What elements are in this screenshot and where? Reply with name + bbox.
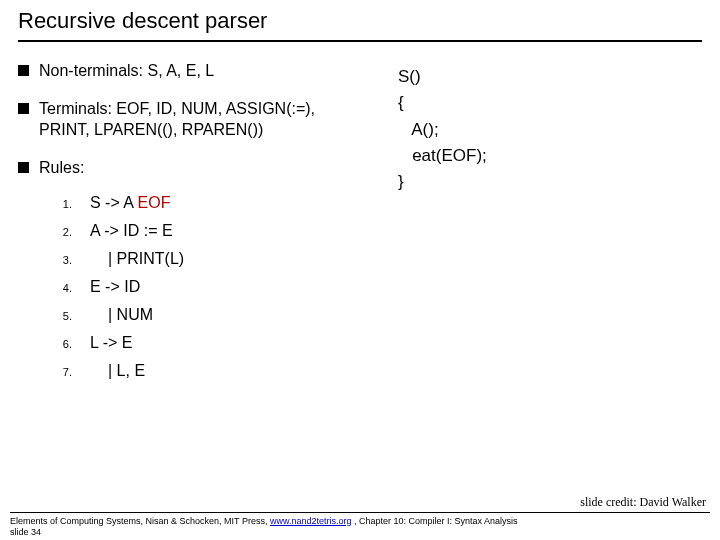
code-block: S() { A(); eat(EOF); }	[398, 64, 702, 196]
rule-text: S -> A EOF	[90, 194, 170, 212]
rule-item: 5. | NUM	[58, 306, 358, 324]
rule-item: 6. L -> E	[58, 334, 358, 352]
rule-item: 7. | L, E	[58, 362, 358, 380]
footer-link[interactable]: www.nand2tetris.org	[270, 516, 352, 526]
bullet-text: Rules:	[39, 157, 84, 179]
rule-item: 4. E -> ID	[58, 278, 358, 296]
slide-credit: slide credit: David Walker	[580, 495, 706, 510]
rule-number: 2.	[58, 226, 72, 238]
eof-highlight: EOF	[138, 194, 171, 211]
rule-item: 2. A -> ID := E	[58, 222, 358, 240]
content-columns: Non-terminals: S, A, E, L Terminals: EOF…	[18, 60, 702, 390]
square-bullet-icon	[18, 65, 29, 76]
rule-number: 5.	[58, 310, 72, 322]
rule-text: A -> ID := E	[90, 222, 173, 240]
square-bullet-icon	[18, 103, 29, 114]
code-line: eat(EOF);	[398, 146, 487, 165]
bullet-text: Non-terminals: S, A, E, L	[39, 60, 214, 82]
bullet-nonterminals: Non-terminals: S, A, E, L	[18, 60, 358, 82]
rule-text: E -> ID	[90, 278, 140, 296]
code-line: {	[398, 93, 404, 112]
right-column: S() { A(); eat(EOF); }	[398, 60, 702, 390]
rules-list: 1. S -> A EOF 2. A -> ID := E 3. | PRINT…	[18, 194, 358, 380]
footer-text: , Chapter 10: Compiler I: Syntax Analysi…	[351, 516, 517, 526]
bullet-rules: Rules:	[18, 157, 358, 179]
rule-text: | L, E	[90, 362, 145, 380]
rule-text: L -> E	[90, 334, 133, 352]
rule-number: 4.	[58, 282, 72, 294]
rule-number: 3.	[58, 254, 72, 266]
code-line: S()	[398, 67, 421, 86]
slide: Recursive descent parser Non-terminals: …	[0, 0, 720, 540]
rule-number: 6.	[58, 338, 72, 350]
code-line: A();	[398, 120, 439, 139]
bullet-terminals: Terminals: EOF, ID, NUM, ASSIGN(:=), PRI…	[18, 98, 358, 141]
code-line: }	[398, 172, 404, 191]
rule-text: | PRINT(L)	[90, 250, 184, 268]
page-title: Recursive descent parser	[18, 8, 702, 42]
rule-item: 1. S -> A EOF	[58, 194, 358, 212]
rule-number: 7.	[58, 366, 72, 378]
footer: Elements of Computing Systems, Nisan & S…	[10, 512, 710, 539]
rule-item: 3. | PRINT(L)	[58, 250, 358, 268]
footer-text: Elements of Computing Systems, Nisan & S…	[10, 516, 270, 526]
left-column: Non-terminals: S, A, E, L Terminals: EOF…	[18, 60, 358, 390]
rule-text: | NUM	[90, 306, 153, 324]
square-bullet-icon	[18, 162, 29, 173]
slide-number: slide 34	[10, 527, 41, 537]
bullet-text: Terminals: EOF, ID, NUM, ASSIGN(:=), PRI…	[39, 98, 358, 141]
rule-number: 1.	[58, 198, 72, 210]
